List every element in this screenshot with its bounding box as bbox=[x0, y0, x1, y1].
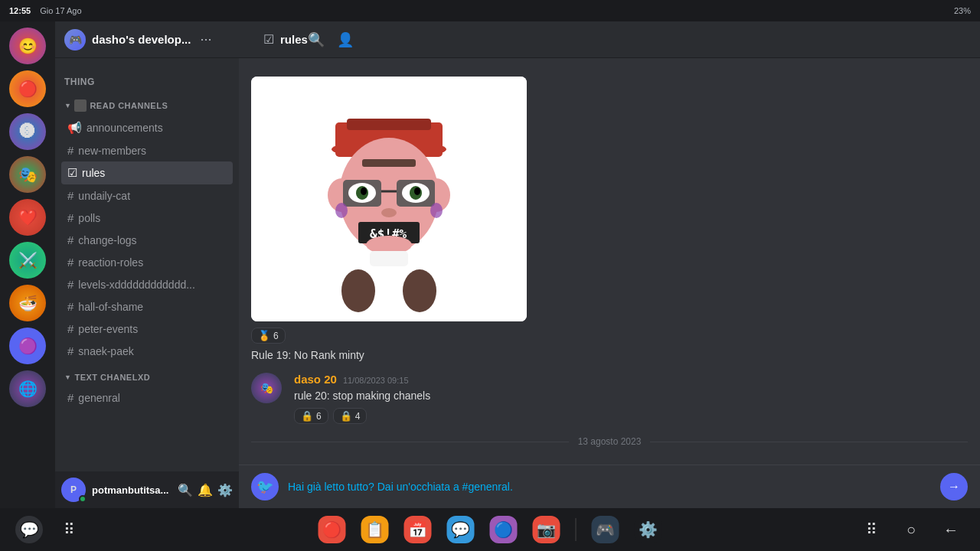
taskbar-app-3[interactable]: 📅 bbox=[404, 516, 432, 543]
server-avatar-7[interactable]: 🍜 bbox=[9, 285, 46, 321]
channel-polls-label: polls bbox=[78, 212, 100, 224]
message-content-daso20: daso 20 11/08/2023 09:15 rule 20: stop m… bbox=[294, 373, 968, 425]
section-label: THING bbox=[55, 64, 239, 93]
message-avatar-daso20: 🎭 bbox=[251, 373, 282, 403]
taskbar: 💬 ⠿ 🔴 📋 📅 💬 🔵 📷 🎮 ⚙️ ⠿ ○ ← bbox=[0, 508, 980, 551]
channel-announcements[interactable]: 📢 announcements bbox=[61, 116, 233, 139]
hash-icon-2: # bbox=[67, 189, 74, 202]
server-avatar-5[interactable]: ❤️ bbox=[9, 199, 46, 236]
server-avatar-8[interactable]: 🟣 bbox=[9, 328, 46, 364]
battery-level: 23% bbox=[954, 6, 971, 15]
taskbar-discord-icon[interactable]: 💬 bbox=[15, 516, 43, 543]
svg-point-15 bbox=[361, 187, 367, 195]
message-rule19-text: Rule 19: No Rank minty bbox=[251, 348, 968, 364]
channel-change-logs[interactable]: # change-logs bbox=[61, 229, 233, 251]
announcement-icon: 📢 bbox=[67, 121, 82, 135]
svg-point-25 bbox=[403, 269, 436, 312]
reaction-lock-2[interactable]: 🔒 4 bbox=[333, 408, 368, 424]
user-actions: 🔍 🔔 ⚙️ bbox=[178, 483, 233, 497]
medal-emoji: 🏅 bbox=[258, 330, 270, 341]
taskbar-menu-icon[interactable]: ⠿ bbox=[858, 516, 885, 543]
message-rule19: &$!#% 🏅 bbox=[251, 77, 968, 364]
taskbar-right: ⠿ ○ ← bbox=[858, 516, 965, 543]
channel-genenral-label: genenral bbox=[78, 392, 120, 404]
server-avatar-4[interactable]: 🎭 bbox=[9, 156, 46, 193]
chevron-down-icon-2: ▼ bbox=[64, 373, 71, 381]
category-text-chanelxd-header[interactable]: ▼ TEXT CHANELXD bbox=[61, 370, 233, 385]
svg-rect-3 bbox=[347, 119, 431, 130]
notification-link[interactable]: #genenral bbox=[462, 481, 510, 493]
taskbar-divider bbox=[576, 518, 577, 541]
message-image-rule19: &$!#% bbox=[251, 77, 527, 321]
members-icon[interactable]: 👤 bbox=[337, 31, 354, 48]
server-avatar-2[interactable]: 🔴 bbox=[9, 70, 46, 107]
user-settings-icon[interactable]: ⚙️ bbox=[217, 483, 233, 497]
read-channels-list: 📢 announcements # new-members ☑ rules # … bbox=[61, 115, 233, 364]
channel-rules[interactable]: ☑ rules bbox=[61, 161, 233, 184]
taskbar-app-7[interactable]: 🎮 bbox=[592, 516, 619, 543]
channel-check-icon: ☑ bbox=[263, 32, 274, 47]
server-avatar-9[interactable]: 🌐 bbox=[9, 370, 46, 407]
channel-undaily-cat[interactable]: # undaily-cat bbox=[61, 184, 233, 207]
reaction-medal[interactable]: 🏅 6 bbox=[251, 328, 286, 344]
channel-genenral[interactable]: # genenral bbox=[61, 386, 233, 409]
notification-action-button[interactable]: → bbox=[940, 473, 968, 500]
user-status-indicator bbox=[79, 495, 87, 503]
message-timestamp-daso20: 11/08/2023 09:15 bbox=[343, 376, 409, 385]
reaction-medal-count: 6 bbox=[273, 331, 279, 341]
server-avatar-6[interactable]: ⚔️ bbox=[9, 242, 46, 279]
svg-point-16 bbox=[414, 187, 420, 195]
taskbar-app-4[interactable]: 💬 bbox=[447, 516, 475, 543]
date-divider-text: 13 agosto 2023 bbox=[578, 436, 642, 447]
channel-polls[interactable]: # polls bbox=[61, 207, 233, 229]
taskbar-home-icon[interactable]: ○ bbox=[897, 516, 925, 543]
reaction-lock-1[interactable]: 🔒 6 bbox=[294, 408, 328, 424]
taskbar-app-6[interactable]: 📷 bbox=[533, 516, 560, 543]
sidebar: 🎮 dasho's develop... ··· THING ▼ READ CH… bbox=[55, 21, 239, 508]
reaction-lock1-count: 6 bbox=[316, 411, 322, 422]
username: potmanbutitsa... bbox=[92, 484, 168, 496]
channel-hall-of-shame-label: hall-of-shame bbox=[78, 301, 143, 313]
notification-text-after: . bbox=[510, 481, 513, 493]
search-icon[interactable]: 🔍 bbox=[308, 31, 325, 48]
reactions-rule20: 🔒 6 🔒 4 bbox=[294, 408, 968, 424]
taskbar-app-2[interactable]: 📋 bbox=[361, 516, 389, 543]
channel-new-members[interactable]: # new-members bbox=[61, 139, 233, 161]
notification-text-before: Hai già letto tutto? Dai un'occhiata a bbox=[288, 481, 462, 493]
category-read-channels-header[interactable]: ▼ READ CHANNELS bbox=[61, 96, 233, 115]
channel-hall-of-shame[interactable]: # hall-of-shame bbox=[61, 295, 233, 318]
taskbar-app-1[interactable]: 🔴 bbox=[318, 516, 346, 543]
user-search-icon[interactable]: 🔍 bbox=[178, 483, 193, 497]
channel-undaily-cat-label: undaily-cat bbox=[78, 190, 130, 202]
taskbar-app-8[interactable]: ⚙️ bbox=[635, 516, 662, 543]
taskbar-back-icon[interactable]: ← bbox=[937, 516, 965, 543]
channel-peter-events-label: peter-events bbox=[78, 323, 138, 335]
chat-area: ☑ rules 🔍 👤 bbox=[239, 21, 980, 508]
system-time: 12:55 bbox=[9, 6, 31, 15]
user-bell-icon[interactable]: 🔔 bbox=[198, 483, 213, 497]
taskbar-left: 💬 ⠿ bbox=[15, 516, 83, 543]
channel-snaek-paek[interactable]: # snaek-paek bbox=[61, 340, 233, 362]
channel-levels[interactable]: # levels-xdddddddddddd... bbox=[61, 273, 233, 295]
text-chanelxd-list: # genenral bbox=[61, 385, 233, 410]
taskbar-grid-icon[interactable]: ⠿ bbox=[55, 516, 83, 543]
lock-emoji-2: 🔒 bbox=[340, 410, 352, 422]
system-day: Gio 17 Ago bbox=[40, 6, 81, 15]
server-avatar-3[interactable]: 🅢 bbox=[9, 113, 46, 150]
server-more-button[interactable]: ··· bbox=[200, 31, 211, 47]
server-avatar-1[interactable]: 😊 bbox=[9, 28, 46, 64]
hash-icon-8: # bbox=[67, 322, 74, 335]
hash-icon: # bbox=[67, 144, 74, 157]
channel-snaek-paek-label: snaek-paek bbox=[78, 345, 133, 357]
channel-peter-events[interactable]: # peter-events bbox=[61, 318, 233, 340]
channel-reaction-roles[interactable]: # reaction-roles bbox=[61, 251, 233, 273]
hash-icon-3: # bbox=[67, 211, 74, 224]
hash-icon-10: # bbox=[67, 391, 74, 404]
hash-icon-7: # bbox=[67, 300, 74, 313]
channel-rules-label: rules bbox=[82, 167, 105, 179]
channel-name-header: rules bbox=[280, 33, 308, 46]
hash-icon-4: # bbox=[67, 233, 74, 246]
server-icon: 🎮 bbox=[64, 29, 86, 51]
date-divider: 13 agosto 2023 bbox=[251, 436, 968, 447]
taskbar-app-5[interactable]: 🔵 bbox=[490, 516, 518, 543]
